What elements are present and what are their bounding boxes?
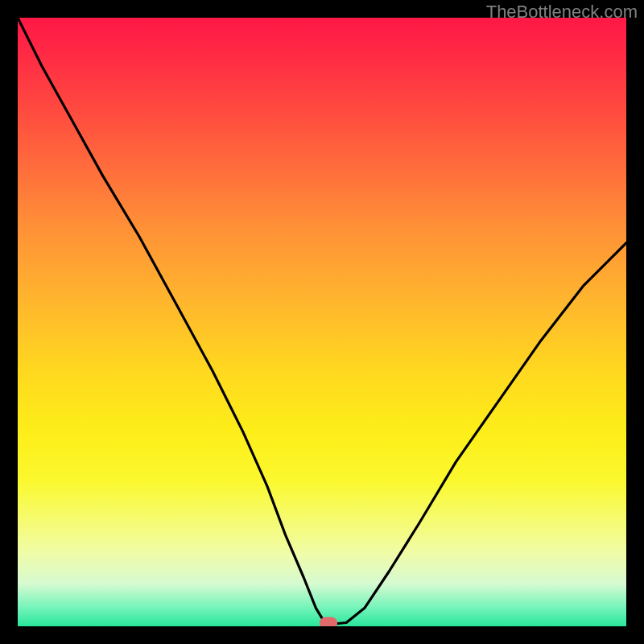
watermark-label: TheBottleneck.com xyxy=(486,2,638,23)
bottleneck-curve xyxy=(18,18,626,626)
optimal-point-marker xyxy=(320,617,337,626)
plot-area xyxy=(18,18,626,626)
curve-path xyxy=(18,18,626,624)
chart-frame: TheBottleneck.com xyxy=(0,0,644,644)
